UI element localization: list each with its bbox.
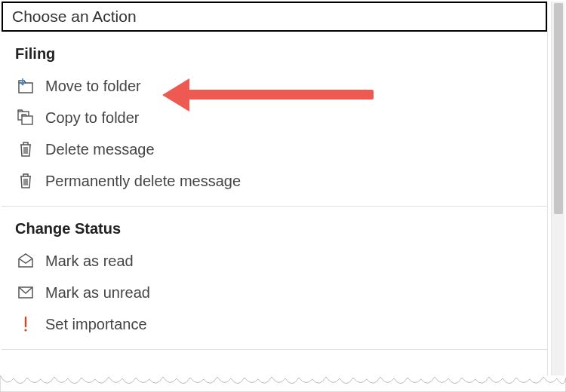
- section-title-change-status: Change Status: [15, 207, 547, 245]
- item-permanently-delete-message[interactable]: Permanently delete message: [15, 165, 547, 197]
- envelope-open-icon: [17, 252, 35, 270]
- trash-icon: [17, 172, 35, 190]
- item-mark-as-read[interactable]: Mark as read: [15, 245, 547, 277]
- scrollbar-thumb[interactable]: [554, 3, 563, 214]
- item-label: Set importance: [45, 316, 147, 333]
- item-set-importance[interactable]: Set importance: [15, 308, 547, 340]
- panel-header: Choose an Action: [2, 2, 547, 32]
- panel-title: Choose an Action: [12, 8, 137, 25]
- item-label: Move to folder: [45, 78, 141, 95]
- item-label: Permanently delete message: [45, 173, 241, 190]
- item-label: Delete message: [45, 141, 155, 158]
- envelope-closed-icon: [17, 283, 35, 302]
- section-title-filing: Filing: [15, 32, 547, 70]
- svg-point-4: [24, 329, 26, 331]
- item-copy-to-folder[interactable]: Copy to folder: [15, 102, 547, 133]
- section-change-status: Change Status Mark as read Mark as unrea…: [2, 207, 547, 340]
- torn-edge-decoration: [0, 375, 566, 392]
- svg-rect-0: [19, 83, 32, 93]
- section-divider: [2, 349, 547, 350]
- scrollbar-track[interactable]: [551, 2, 564, 386]
- item-move-to-folder[interactable]: Move to folder: [15, 70, 547, 102]
- item-label: Mark as read: [45, 253, 134, 270]
- svg-rect-2: [22, 116, 32, 124]
- item-label: Mark as unread: [45, 284, 150, 302]
- trash-icon: [17, 140, 35, 158]
- item-mark-as-unread[interactable]: Mark as unread: [15, 277, 547, 308]
- importance-icon: [17, 315, 35, 333]
- item-label: Copy to folder: [45, 109, 140, 127]
- item-delete-message[interactable]: Delete message: [15, 133, 547, 165]
- action-panel: Choose an Action Filing Move to folder: [2, 2, 548, 387]
- folder-copy-icon: [17, 109, 35, 127]
- folder-move-in-icon: [17, 77, 35, 95]
- section-filing: Filing Move to folder: [2, 32, 547, 197]
